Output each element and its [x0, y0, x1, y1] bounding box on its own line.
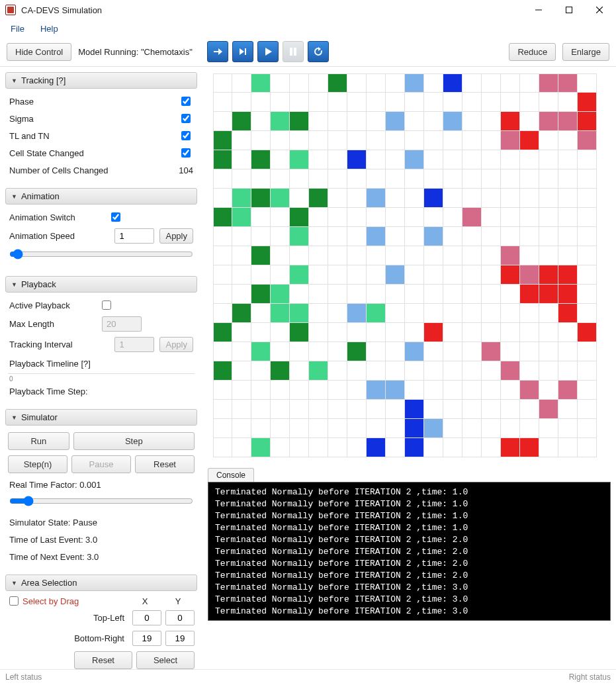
- grid-cell[interactable]: [578, 265, 597, 285]
- grid-cell[interactable]: [232, 361, 251, 381]
- grid-cell[interactable]: [251, 112, 271, 131]
- grid-cell[interactable]: [328, 419, 347, 438]
- grid-cell[interactable]: [558, 227, 578, 246]
- grid-cell[interactable]: [578, 361, 597, 381]
- grid-cell[interactable]: [443, 246, 462, 265]
- grid-cell[interactable]: [424, 323, 443, 342]
- area-reset-button[interactable]: Reset: [74, 651, 132, 669]
- grid-cell[interactable]: [520, 246, 539, 265]
- grid-cell[interactable]: [443, 361, 462, 381]
- hide-control-button[interactable]: Hide Control: [7, 43, 71, 61]
- grid-cell[interactable]: [386, 285, 405, 304]
- grid-cell[interactable]: [367, 73, 386, 93]
- grid-cell[interactable]: [578, 246, 597, 265]
- grid-cell[interactable]: [424, 227, 443, 246]
- arrow-right-icon[interactable]: [207, 41, 228, 62]
- grid-cell[interactable]: [520, 208, 539, 227]
- grid-cell[interactable]: [539, 208, 558, 227]
- grid-cell[interactable]: [367, 93, 386, 112]
- grid-cell[interactable]: [367, 189, 386, 208]
- grid-cell[interactable]: [213, 169, 232, 189]
- grid-cell[interactable]: [309, 381, 328, 400]
- grid-cell[interactable]: [309, 246, 328, 265]
- grid-cell[interactable]: [405, 265, 424, 285]
- grid-cell[interactable]: [213, 189, 232, 208]
- grid-cell[interactable]: [520, 361, 539, 381]
- grid-cell[interactable]: [520, 73, 539, 93]
- grid-cell[interactable]: [443, 323, 462, 342]
- grid-cell[interactable]: [482, 189, 501, 208]
- grid-cell[interactable]: [367, 381, 386, 400]
- reduce-button[interactable]: Reduce: [509, 43, 556, 61]
- grid-cell[interactable]: [501, 227, 520, 246]
- grid-cell[interactable]: [290, 169, 309, 189]
- grid-cell[interactable]: [462, 361, 482, 381]
- grid-cell[interactable]: [558, 304, 578, 323]
- grid-cell[interactable]: [328, 227, 347, 246]
- grid-cell[interactable]: [520, 342, 539, 361]
- grid-cell[interactable]: [462, 285, 482, 304]
- grid-cell[interactable]: [443, 208, 462, 227]
- grid-cell[interactable]: [520, 381, 539, 400]
- grid-cell[interactable]: [328, 189, 347, 208]
- animation-switch-checkbox[interactable]: [111, 212, 120, 222]
- grid-cell[interactable]: [520, 285, 539, 304]
- grid-cell[interactable]: [328, 265, 347, 285]
- grid-cell[interactable]: [482, 323, 501, 342]
- grid-cell[interactable]: [271, 208, 290, 227]
- minimize-button[interactable]: [523, 0, 554, 20]
- grid-cell[interactable]: [405, 73, 424, 93]
- grid-cell[interactable]: [482, 227, 501, 246]
- grid-cell[interactable]: [232, 419, 251, 438]
- grid-cell[interactable]: [347, 150, 367, 169]
- grid-cell[interactable]: [501, 304, 520, 323]
- grid-cell[interactable]: [251, 381, 271, 400]
- grid-cell[interactable]: [424, 246, 443, 265]
- grid-cell[interactable]: [578, 400, 597, 419]
- grid-cell[interactable]: [405, 419, 424, 438]
- grid-cell[interactable]: [367, 419, 386, 438]
- grid-cell[interactable]: [290, 304, 309, 323]
- grid-cell[interactable]: [443, 150, 462, 169]
- grid-cell[interactable]: [232, 265, 251, 285]
- grid-cell[interactable]: [578, 73, 597, 93]
- grid-cell[interactable]: [558, 285, 578, 304]
- grid-cell[interactable]: [539, 419, 558, 438]
- grid-cell[interactable]: [424, 169, 443, 189]
- grid-cell[interactable]: [309, 112, 328, 131]
- grid-cell[interactable]: [213, 419, 232, 438]
- grid-cell[interactable]: [558, 208, 578, 227]
- grid-cell[interactable]: [578, 227, 597, 246]
- grid-cell[interactable]: [482, 265, 501, 285]
- grid-cell[interactable]: [424, 400, 443, 419]
- grid-cell[interactable]: [405, 169, 424, 189]
- grid-cell[interactable]: [482, 381, 501, 400]
- grid-cell[interactable]: [501, 208, 520, 227]
- grid-cell[interactable]: [347, 304, 367, 323]
- grid-cell[interactable]: [520, 227, 539, 246]
- grid-cell[interactable]: [405, 150, 424, 169]
- grid-cell[interactable]: [520, 265, 539, 285]
- sim-reset-button[interactable]: Reset: [135, 455, 195, 473]
- panel-tracking-header[interactable]: ▼Tracking [?]: [5, 72, 197, 89]
- grid-cell[interactable]: [558, 246, 578, 265]
- grid-cell[interactable]: [386, 150, 405, 169]
- grid-cell[interactable]: [405, 361, 424, 381]
- grid-cell[interactable]: [271, 323, 290, 342]
- grid-cell[interactable]: [443, 400, 462, 419]
- grid-cell[interactable]: [213, 323, 232, 342]
- grid-cell[interactable]: [309, 208, 328, 227]
- grid-cell[interactable]: [424, 265, 443, 285]
- grid-cell[interactable]: [482, 246, 501, 265]
- grid-cell[interactable]: [328, 208, 347, 227]
- grid-cell[interactable]: [251, 150, 271, 169]
- grid-cell[interactable]: [271, 93, 290, 112]
- grid-cell[interactable]: [367, 304, 386, 323]
- sim-run-button[interactable]: Run: [8, 432, 69, 450]
- grid-cell[interactable]: [424, 304, 443, 323]
- grid-cell[interactable]: [271, 342, 290, 361]
- grid-cell[interactable]: [443, 73, 462, 93]
- grid-cell[interactable]: [462, 112, 482, 131]
- panel-area-header[interactable]: ▼Area Selection: [5, 574, 197, 591]
- grid-cell[interactable]: [501, 323, 520, 342]
